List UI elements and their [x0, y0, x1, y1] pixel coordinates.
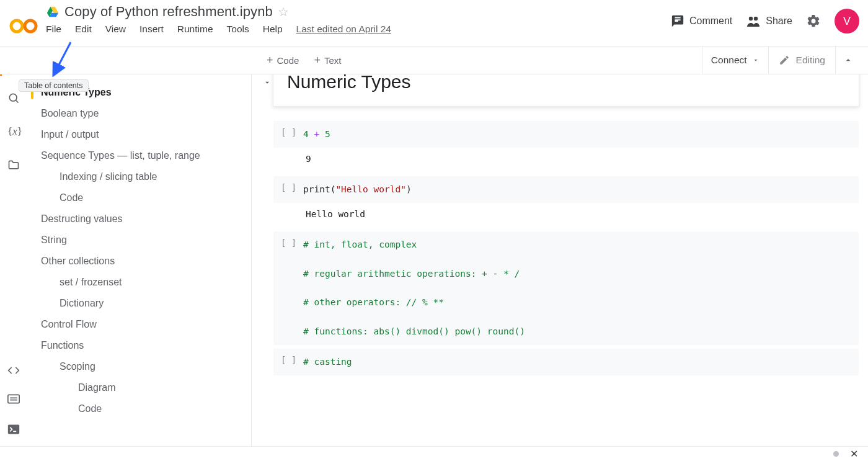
menu-bar: File Edit View Insert Runtime Tools Help…: [46, 24, 671, 35]
toc-item[interactable]: Sequence Types — list, tuple, range: [27, 145, 247, 166]
add-code-label: Code: [277, 55, 299, 66]
cell-output: 9: [273, 148, 859, 172]
cell-output: Hello world: [273, 203, 859, 228]
svg-point-10: [9, 94, 17, 101]
toc-item[interactable]: Diagram: [27, 377, 247, 398]
menu-file[interactable]: File: [46, 24, 61, 35]
rail-terminal-button[interactable]: [7, 424, 20, 436]
code-cell[interactable]: [ ] # casting: [273, 348, 859, 376]
code-source[interactable]: # casting: [303, 355, 352, 369]
svg-point-2: [749, 17, 753, 20]
cell-run-gutter[interactable]: [ ]: [281, 182, 303, 197]
colab-logo[interactable]: [9, 4, 38, 46]
settings-button[interactable]: [806, 14, 821, 29]
folder-icon: [7, 159, 20, 171]
menu-view[interactable]: View: [105, 24, 126, 35]
svg-line-11: [16, 101, 19, 103]
add-text-button[interactable]: + Text: [314, 54, 341, 67]
connect-button[interactable]: Connect: [702, 47, 768, 74]
section-collapse-caret[interactable]: [263, 78, 272, 89]
menu-edit[interactable]: Edit: [75, 24, 92, 35]
notebook-toolbar: + Code + Text Connect Editing: [0, 46, 868, 74]
toc-list[interactable]: Numeric TypesBoolean typeInput / outputS…: [27, 74, 251, 446]
svg-point-0: [11, 20, 22, 32]
toc-item[interactable]: Destructing values: [27, 208, 247, 230]
share-icon: [746, 14, 761, 28]
terminal-icon: [7, 424, 20, 435]
share-label: Share: [766, 16, 792, 27]
toc-item[interactable]: Code: [27, 398, 247, 419]
avatar-initial: V: [843, 15, 851, 28]
heading-text: Numeric Types: [287, 71, 845, 92]
last-edited-link[interactable]: Last edited on April 24: [296, 24, 391, 35]
toc-item[interactable]: Scoping: [27, 356, 247, 377]
left-rail: {x}: [0, 46, 27, 446]
toc-item[interactable]: String: [27, 230, 247, 251]
add-text-label: Text: [324, 55, 342, 66]
code-source[interactable]: print("Hello world"): [303, 182, 412, 197]
status-bar: ✕: [0, 446, 868, 461]
toc-panel: Table of contents Table of contents Nume…: [27, 46, 252, 446]
cell-run-gutter[interactable]: [ ]: [281, 238, 303, 338]
editing-label: Editing: [796, 55, 825, 66]
svg-rect-15: [8, 425, 19, 434]
toc-tooltip: Table of contents: [19, 79, 89, 92]
toc-item[interactable]: Indexing / slicing table: [27, 166, 247, 187]
notebook-main[interactable]: Numeric Types [ ] 4 + 5 9 [ ] print("Hel…: [252, 46, 868, 446]
comment-button[interactable]: Comment: [671, 14, 732, 28]
menu-insert[interactable]: Insert: [140, 24, 164, 35]
toc-item[interactable]: Control Flow: [27, 314, 247, 335]
doc-title[interactable]: Copy of Python refreshment.ipynb: [64, 4, 273, 20]
rail-code-snippets-button[interactable]: [7, 364, 20, 377]
menu-help[interactable]: Help: [263, 24, 283, 35]
chevron-down-icon: [752, 56, 760, 64]
colab-logo-icon: [9, 17, 38, 35]
cell-run-gutter[interactable]: [ ]: [281, 355, 303, 369]
code-source[interactable]: 4 + 5: [303, 127, 330, 141]
code-source[interactable]: # int, float, complex # regular arithmet…: [303, 238, 525, 338]
svg-rect-12: [8, 395, 19, 403]
toc-item[interactable]: Functions: [27, 335, 247, 356]
rail-files-button[interactable]: [7, 159, 20, 171]
connect-label: Connect: [711, 55, 747, 66]
svg-point-3: [754, 17, 758, 20]
toc-item[interactable]: Code: [27, 187, 247, 208]
drive-icon: [46, 5, 60, 19]
rail-search-button[interactable]: [7, 92, 20, 104]
caret-down-icon: [263, 78, 272, 87]
toc-item[interactable]: set / frozenset: [27, 272, 247, 293]
cell-run-gutter[interactable]: [ ]: [281, 127, 303, 141]
svg-point-1: [25, 20, 36, 32]
collapse-toolbar-button[interactable]: [835, 47, 861, 74]
command-palette-icon: [7, 394, 20, 404]
code-icon: [7, 364, 20, 377]
search-icon: [7, 92, 20, 104]
comment-icon: [671, 14, 684, 28]
menu-tools[interactable]: Tools: [227, 24, 249, 35]
app-header: Copy of Python refreshment.ipynb ☆ File …: [0, 0, 868, 46]
toc-item[interactable]: Boolean type: [27, 103, 247, 124]
editing-mode-button[interactable]: Editing: [768, 47, 835, 74]
rail-command-palette-button[interactable]: [7, 394, 20, 406]
star-icon[interactable]: ☆: [278, 4, 289, 19]
menu-runtime[interactable]: Runtime: [177, 24, 213, 35]
code-cell[interactable]: [ ] 4 + 5 9: [273, 120, 859, 173]
comment-label: Comment: [689, 16, 732, 27]
code-cell[interactable]: [ ] print("Hello world") Hello world: [273, 176, 859, 228]
status-close-button[interactable]: ✕: [850, 448, 858, 460]
toc-item[interactable]: Other collections: [27, 251, 247, 272]
share-button[interactable]: Share: [746, 14, 792, 28]
code-cell[interactable]: [ ] # int, float, complex # regular arit…: [273, 231, 859, 345]
gear-icon: [806, 14, 821, 29]
toc-item[interactable]: Input / output: [27, 124, 247, 145]
avatar[interactable]: V: [835, 9, 859, 34]
status-indicator-dot: [833, 451, 839, 457]
rail-variables-button[interactable]: {x}: [7, 125, 20, 138]
toc-item[interactable]: Dictionary: [27, 293, 247, 314]
add-code-button[interactable]: + Code: [267, 54, 299, 67]
chevron-up-icon: [843, 55, 853, 65]
pencil-icon: [779, 55, 790, 66]
